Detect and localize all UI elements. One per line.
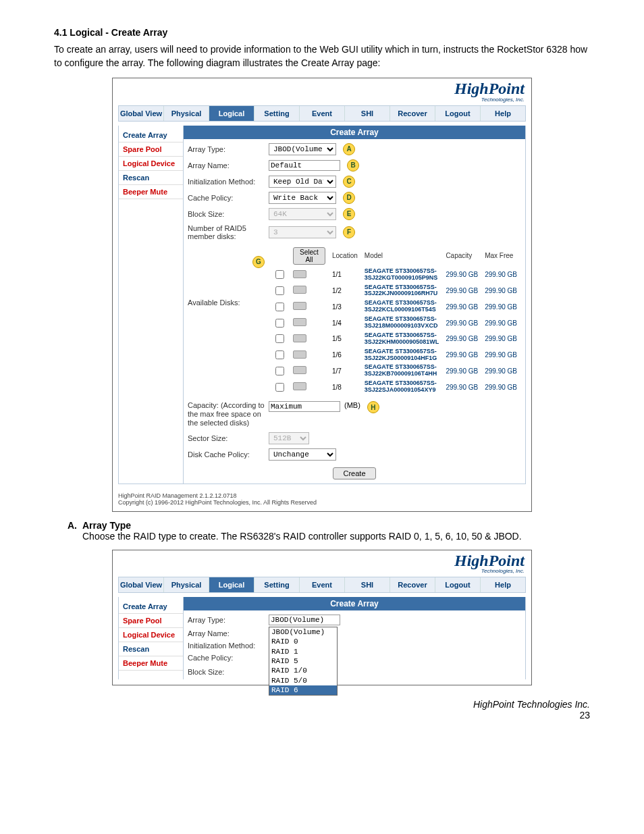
sidebar-create-array[interactable]: Create Array <box>119 600 183 614</box>
label-init-method: Initialization Method: <box>188 642 269 650</box>
tab-help[interactable]: Help <box>481 577 525 592</box>
table-row: 1/3SEAGATE ST3300657SS-3SJ22KCL00009106T… <box>270 299 520 314</box>
label-init-method: Initialization Method: <box>188 178 269 186</box>
tab-physical[interactable]: Physical <box>164 106 209 121</box>
item-body-a: Choose the RAID type to create. The RS63… <box>82 531 590 542</box>
label-array-type: Array Type: <box>188 616 269 624</box>
disk-checkbox[interactable] <box>275 350 284 359</box>
sidebar-logical-device[interactable]: Logical Device <box>119 628 183 642</box>
tab-shi[interactable]: SHI <box>345 577 390 592</box>
brand-logo: HighPoint <box>113 82 525 97</box>
input-array-name[interactable] <box>269 160 340 171</box>
dropdown-list[interactable]: JBOD(Volume)RAID 0RAID 1RAID 5RAID 1/0RA… <box>269 627 338 696</box>
label-block-size: Block Size: <box>188 668 269 676</box>
tab-global-view[interactable]: Global View <box>119 577 164 592</box>
dropdown-option[interactable]: RAID 0 <box>269 637 337 646</box>
disk-checkbox[interactable] <box>275 319 284 328</box>
disk-checkbox[interactable] <box>275 367 284 375</box>
disk-checkbox[interactable] <box>275 303 284 311</box>
table-row: 1/4SEAGATE ST3300657SS-3SJ218M000009103V… <box>270 315 520 330</box>
col-capacity: Capacity <box>443 246 481 266</box>
input-capacity[interactable] <box>269 401 340 412</box>
tab-physical[interactable]: Physical <box>164 577 209 592</box>
dropdown-option[interactable]: RAID 1/0 <box>269 666 337 675</box>
sidebar-spare-pool[interactable]: Spare Pool <box>119 614 183 628</box>
sidebar-beeper-mute[interactable]: Beeper Mute <box>119 656 183 671</box>
table-row: 1/6SEAGATE ST3300657SS-3SJ22KJS00009104H… <box>270 348 520 363</box>
label-block-size: Block Size: <box>188 210 269 218</box>
footer-version: HighPoint RAID Management 2.1.2.12.0718 <box>118 492 526 499</box>
capacity-unit: (MB) <box>344 401 360 409</box>
sidebar-beeper-mute[interactable]: Beeper Mute <box>119 185 183 199</box>
badge-d: D <box>343 192 355 204</box>
item-letter-a: A. <box>68 520 82 542</box>
label-disk-cache: Disk Cache Policy: <box>188 450 269 459</box>
tab-logical[interactable]: Logical <box>209 106 254 121</box>
dropdown-option[interactable]: RAID 5/0 <box>269 676 337 685</box>
create-button[interactable]: Create <box>333 467 375 479</box>
tab-logical[interactable]: Logical <box>209 577 254 592</box>
footer-company: HighPoint Technologies Inc. <box>54 699 590 710</box>
disk-checkbox[interactable] <box>275 334 284 343</box>
table-row: 1/5SEAGATE ST3300657SS-3SJ22KHM000090508… <box>270 332 520 346</box>
dropdown-option[interactable]: RAID 1 <box>269 647 337 656</box>
tab-logout[interactable]: Logout <box>435 106 481 121</box>
intro-paragraph: To create an array, users will need to p… <box>54 43 590 70</box>
col-maxfree: Max Free <box>482 246 520 266</box>
disk-table: G Select All Location Model Capacity Max… <box>269 244 521 396</box>
badge-b: B <box>347 159 359 172</box>
select-cache-policy[interactable]: Write Back <box>269 192 336 204</box>
tab-setting[interactable]: Setting <box>254 577 300 592</box>
disk-checkbox[interactable] <box>275 286 284 295</box>
disk-checkbox[interactable] <box>275 270 284 279</box>
select-array-type[interactable]: JBOD(Volume) <box>269 143 336 155</box>
disk-icon <box>293 366 306 374</box>
table-row: 1/7SEAGATE ST3300657SS-3SJ22KB700009106T… <box>270 363 520 378</box>
panel-header: Create Array <box>184 126 525 139</box>
table-row: 1/8SEAGATE ST3300657SS-3SJ22SJA000091054… <box>270 380 520 394</box>
badge-a: A <box>343 143 355 155</box>
dropdown-option[interactable]: RAID 6 <box>269 685 337 695</box>
label-array-type: Array Type: <box>188 145 269 153</box>
screenshot-create-array: HighPoint Technologies, Inc. Global View… <box>112 78 532 511</box>
disk-icon <box>293 302 306 310</box>
select-raid5-members: 3 <box>269 226 336 238</box>
table-row: 1/1SEAGATE ST3300657SS-3SJ22KGT00009105P… <box>270 267 520 282</box>
tab-event[interactable]: Event <box>300 577 345 592</box>
sidebar-rescan[interactable]: Rescan <box>119 642 183 656</box>
brand-tagline: Technologies, Inc. <box>113 97 525 103</box>
select-disk-cache[interactable]: Unchange <box>269 448 336 461</box>
tab-shi[interactable]: SHI <box>345 106 390 121</box>
disk-icon <box>293 350 306 359</box>
label-array-name: Array Name: <box>188 629 269 637</box>
select-init-method[interactable]: Keep Old Dat <box>269 176 336 188</box>
dropdown-option[interactable]: JBOD(Volume) <box>269 627 337 637</box>
label-available-disks: Available Disks: <box>188 244 269 307</box>
disk-icon <box>293 270 306 278</box>
sidebar-logical-device[interactable]: Logical Device <box>119 157 183 171</box>
col-model: Model <box>362 246 442 266</box>
tab-global-view[interactable]: Global View <box>119 106 164 121</box>
label-capacity: Capacity: (According to the max free spa… <box>188 401 269 428</box>
table-row: 1/2SEAGATE ST3300657SS-3SJ22KJN00009106R… <box>270 284 520 298</box>
disk-checkbox[interactable] <box>275 383 284 392</box>
tab-recover[interactable]: Recover <box>390 577 435 592</box>
tab-help[interactable]: Help <box>481 106 525 121</box>
select-array-type-open[interactable]: JBOD(Volume) <box>269 615 340 625</box>
sidebar-create-array[interactable]: Create Array <box>119 128 183 142</box>
screenshot-array-type-dropdown: HighPoint Technologies, Inc. Global View… <box>112 550 532 686</box>
tab-recover[interactable]: Recover <box>390 106 435 121</box>
tab-logout[interactable]: Logout <box>435 577 481 592</box>
select-sector-size: 512B <box>269 432 309 444</box>
badge-f: F <box>343 226 355 238</box>
panel-header: Create Array <box>184 597 525 610</box>
select-all-button[interactable]: Select All <box>293 247 325 265</box>
label-cache-policy: Cache Policy: <box>188 654 269 662</box>
sidebar-spare-pool[interactable]: Spare Pool <box>119 142 183 157</box>
disk-icon <box>293 318 306 326</box>
tab-setting[interactable]: Setting <box>254 106 300 121</box>
label-cache-policy: Cache Policy: <box>188 194 269 202</box>
sidebar-rescan[interactable]: Rescan <box>119 171 183 185</box>
dropdown-option[interactable]: RAID 5 <box>269 656 337 666</box>
tab-event[interactable]: Event <box>300 106 345 121</box>
